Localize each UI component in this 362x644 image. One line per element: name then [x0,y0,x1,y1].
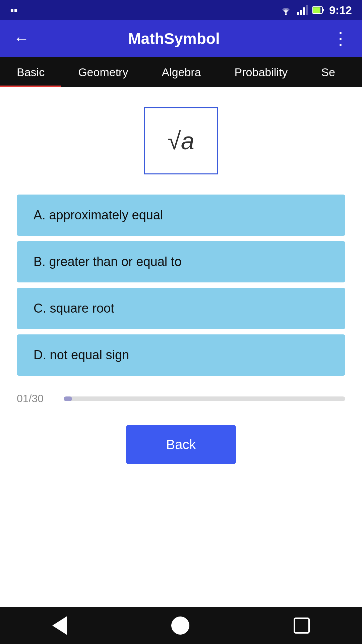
option-a-button[interactable]: A. approximately equal [17,195,345,236]
status-time: 9:12 [329,4,352,17]
svg-rect-1 [297,12,299,15]
nav-home-icon[interactable] [171,616,189,635]
status-left-icons: ▪▪ [10,4,18,16]
options-container: A. approximately equal B. greater than o… [17,195,345,376]
progress-bar-background [64,396,345,401]
progress-label: 01/30 [17,392,54,405]
option-c-button[interactable]: C. square root [17,288,345,329]
symbol-display-box: √a [144,107,218,174]
app-bar-back-button[interactable]: ← [13,31,29,47]
svg-rect-2 [300,10,302,15]
wifi-icon [280,5,292,15]
signal-icon [297,5,308,15]
app-bar-menu-button[interactable]: ⋮ [332,29,349,49]
back-button[interactable]: Back [126,425,236,464]
nav-bar [0,607,362,644]
nav-recent-icon[interactable] [294,618,310,634]
tab-basic[interactable]: Basic [0,57,61,87]
progress-container: 01/30 [17,392,345,405]
status-bar: ▪▪ 9:12 [0,0,362,20]
tab-se[interactable]: Se [304,57,352,87]
progress-bar-fill [64,396,72,401]
svg-rect-7 [323,9,324,11]
main-content: √a A. approximately equal B. greater tha… [0,87,362,607]
tab-geometry[interactable]: Geometry [61,57,145,87]
tab-algebra[interactable]: Algebra [145,57,218,87]
tab-probability[interactable]: Probability [218,57,305,87]
battery-icon [312,6,324,14]
svg-point-0 [285,13,287,15]
option-d-button[interactable]: D. not equal sign [17,334,345,376]
symbol-content: √a [168,127,194,155]
nav-back-icon[interactable] [52,616,67,635]
svg-rect-6 [313,7,320,13]
app-bar: ← MathSymbol ⋮ [0,20,362,57]
status-right-icons: 9:12 [280,4,352,17]
svg-rect-3 [303,7,305,15]
option-b-button[interactable]: B. greater than or equal to [17,241,345,282]
svg-rect-4 [306,5,308,15]
app-bar-title: MathSymbol [40,30,308,48]
tab-bar: Basic Geometry Algebra Probability Se [0,57,362,87]
sim-icon: ▪▪ [10,4,18,16]
